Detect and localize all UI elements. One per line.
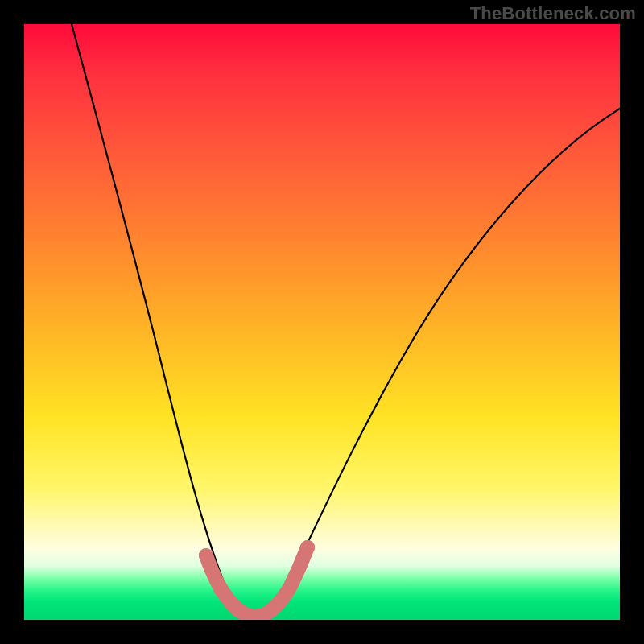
chart-stage: TheBottleneck.com [0, 0, 644, 644]
marker-dot [231, 603, 246, 617]
marker-dot [270, 598, 284, 613]
bottleneck-curve [72, 24, 620, 615]
marker-dot [286, 574, 300, 588]
watermark-text: TheBottleneck.com [470, 3, 636, 24]
marker-dot [300, 540, 315, 555]
marker-dot [199, 548, 213, 563]
curve-layer [24, 24, 620, 620]
marker-dot [213, 582, 228, 597]
plot-area [24, 24, 620, 620]
